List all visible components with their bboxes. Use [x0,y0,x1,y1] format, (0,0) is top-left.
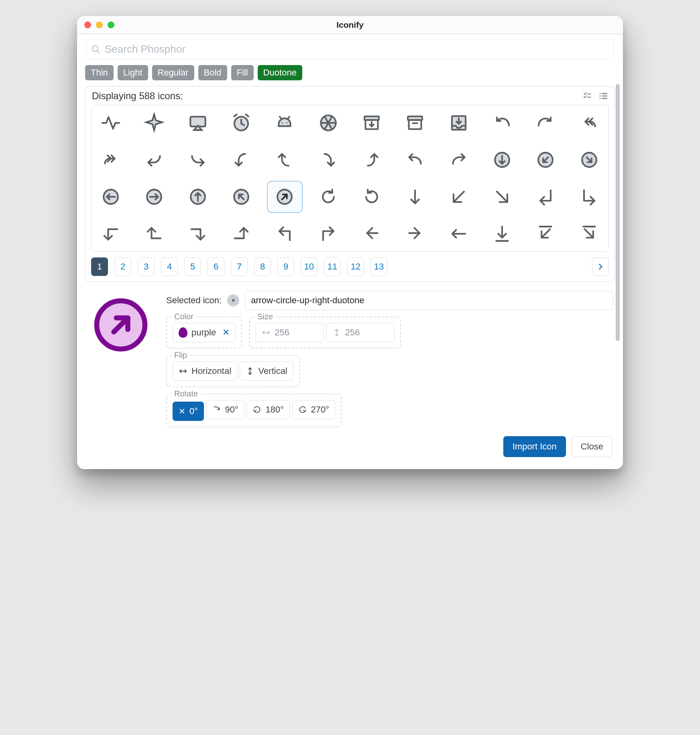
icon-arrow-circle-down-duotone[interactable] [486,145,518,174]
rotate-0-button[interactable]: ✕0° [173,402,204,421]
page-7[interactable]: 7 [231,257,248,276]
size-fieldset: Size 256 256 [249,316,401,349]
icon-airplay-duotone[interactable] [182,108,214,137]
icons-panel: Displaying 588 icons: 12345678910111213 [85,86,615,282]
icon-arrow-arc-right-duotone[interactable] [529,108,562,137]
icon-arrow-circle-up-right-duotone[interactable] [269,182,301,211]
icon-arrow-fat-left-duotone[interactable] [356,219,388,248]
icon-arrow-bend-down-left-duotone[interactable] [138,145,170,174]
rotate-180-button[interactable]: 180° [246,400,290,419]
view-compact-icon[interactable] [582,91,592,101]
icon-arrow-circle-right-duotone[interactable] [138,182,170,211]
icon-arrow-bend-right-down-duotone[interactable] [312,145,344,174]
rotate-90-button[interactable]: 90° [206,400,244,419]
svg-point-6 [600,98,601,99]
icon-alarm-duotone[interactable] [225,108,257,137]
icon-arrow-bend-left-up-duotone[interactable] [269,145,301,174]
icon-arrow-elbow-left-up-duotone[interactable] [138,219,170,248]
zoom-window-icon[interactable] [108,22,114,29]
rotate-180-icon [252,405,261,414]
style-tab-thin[interactable]: Thin [85,65,114,80]
page-12[interactable]: 12 [347,257,364,276]
page-5[interactable]: 5 [184,257,201,276]
icon-arrow-bend-right-up-duotone[interactable] [356,145,388,174]
icon-arrow-line-down-right-duotone[interactable] [573,219,605,248]
icon-arrow-circle-up-left-duotone[interactable] [225,182,257,211]
icon-arrow-elbow-up-right-duotone[interactable] [312,219,344,248]
icon-count-label: Displaying 588 icons: [92,90,183,102]
icon-arrow-down-right-duotone[interactable] [486,182,518,211]
close-button[interactable]: Close [572,436,612,457]
icon-arrow-bend-double-up-left-duotone[interactable] [573,108,605,137]
search-input[interactable] [104,43,609,56]
icon-aperture-duotone[interactable] [312,108,344,137]
icon-arrow-down-left-duotone[interactable] [443,182,475,211]
icon-arrow-left-duotone[interactable] [443,219,475,248]
icon-arrow-circle-down-right-duotone[interactable] [573,145,605,174]
icon-arrow-line-down-left-duotone[interactable] [529,219,562,248]
icon-arrow-elbow-up-left-duotone[interactable] [269,219,301,248]
style-tab-bold[interactable]: Bold [198,65,227,80]
page-6[interactable]: 6 [208,257,224,276]
icon-arrow-clockwise-duotone[interactable] [312,182,344,211]
view-list-icon[interactable] [598,91,608,101]
close-window-icon[interactable] [84,22,91,29]
icon-android-logo-duotone[interactable] [269,108,301,137]
flip-vertical-button[interactable]: Vertical [240,361,293,381]
icon-arrow-counter-clockwise-duotone[interactable] [356,182,388,211]
page-3[interactable]: 3 [138,257,155,276]
style-tab-duotone[interactable]: Duotone [258,65,302,80]
content: ThinLightRegularBoldFillDuotone Displayi… [77,34,623,469]
icon-arrow-down-duotone[interactable] [399,182,431,211]
page-next[interactable] [592,257,609,276]
app-window: Iconify ThinLightRegularBoldFillDuotone … [77,16,623,469]
svg-line-17 [280,117,281,119]
page-1[interactable]: 1 [91,257,108,276]
icon-arrow-elbow-down-right-duotone[interactable] [573,182,605,211]
import-icon-button[interactable]: Import Icon [503,436,566,457]
icon-activity-duotone[interactable] [95,108,127,137]
icon-arrow-bend-double-up-right-duotone[interactable] [95,145,127,174]
height-input[interactable]: 256 [326,323,395,342]
style-tab-light[interactable]: Light [118,65,148,80]
icon-arrow-fat-right-duotone[interactable] [399,219,431,248]
flip-horizontal-button[interactable]: Horizontal [173,361,237,381]
icon-arrow-bend-down-right-duotone[interactable] [182,145,214,174]
window-title: Iconify [336,20,364,30]
minimize-window-icon[interactable] [96,22,103,29]
page-13[interactable]: 13 [370,257,387,276]
icon-arrow-elbow-left-down-duotone[interactable] [95,219,127,248]
page-11[interactable]: 11 [324,257,341,276]
width-input[interactable]: 256 [256,323,324,342]
selected-name-input[interactable] [245,291,613,310]
icon-arrow-line-down-duotone[interactable] [486,219,518,248]
page-8[interactable]: 8 [254,257,271,276]
icon-arrow-bend-left-down-duotone[interactable] [225,145,257,174]
page-9[interactable]: 9 [277,257,294,276]
style-tab-regular[interactable]: Regular [152,65,194,80]
style-tab-fill[interactable]: Fill [231,65,254,80]
icon-arrow-elbow-right-down-duotone[interactable] [182,219,214,248]
icon-airplane-duotone[interactable] [138,108,170,137]
icon-arrow-elbow-right-up-duotone[interactable] [225,219,257,248]
icon-archive-duotone[interactable] [399,108,431,137]
rotate-270-button[interactable]: 270° [292,400,336,419]
page-2[interactable]: 2 [114,257,131,276]
page-4[interactable]: 4 [161,257,178,276]
icon-arrow-circle-down-left-duotone[interactable] [529,145,562,174]
scrollbar[interactable] [616,58,620,459]
search-field[interactable] [86,39,614,59]
icon-arrow-bend-up-right-duotone[interactable] [443,145,475,174]
size-legend: Size [255,312,275,321]
icon-arrow-circle-left-duotone[interactable] [95,182,127,211]
rotate-90-icon [212,405,221,414]
icon-arrow-bend-up-left-duotone[interactable] [399,145,431,174]
page-10[interactable]: 10 [301,257,317,276]
icon-archive-tray-duotone[interactable] [443,108,475,137]
clear-color-icon[interactable]: ✕ [222,327,230,338]
icon-arrow-elbow-down-left-duotone[interactable] [529,182,562,211]
color-chip[interactable]: purple ✕ [173,323,236,342]
icon-arrow-arc-left-duotone[interactable] [486,108,518,137]
icon-archive-box-duotone[interactable] [356,108,388,137]
icon-arrow-circle-up-duotone[interactable] [182,182,214,211]
